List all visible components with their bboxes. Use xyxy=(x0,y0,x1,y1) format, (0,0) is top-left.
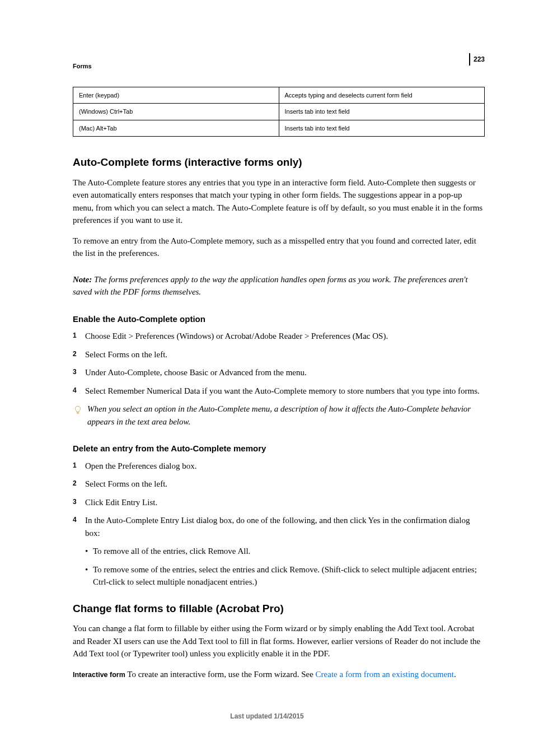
list-item: To remove some of the entries, select th… xyxy=(85,563,485,589)
term-label: Interactive form xyxy=(73,671,125,679)
tip-text: When you select an option in the Auto-Co… xyxy=(87,403,485,428)
paragraph: Interactive form To create an interactiv… xyxy=(73,668,485,681)
list-item: To remove all of the entries, click Remo… xyxy=(85,545,485,558)
tip: When you select an option in the Auto-Co… xyxy=(73,403,485,428)
paragraph-text: . xyxy=(454,670,456,679)
section-label: Forms xyxy=(73,62,485,71)
table-cell-key: Enter (keypad) xyxy=(73,87,279,104)
table-cell-key: (Windows) Ctrl+Tab xyxy=(73,104,279,120)
table-cell-val: Inserts tab into text field xyxy=(279,104,485,120)
page-number: 223 xyxy=(469,53,485,66)
heading-delete-entry: Delete an entry from the Auto-Complete m… xyxy=(73,442,485,455)
footer-last-updated: Last updated 1/14/2015 xyxy=(0,711,534,721)
note: Note: The forms preferences apply to the… xyxy=(73,273,485,298)
note-label: Note: xyxy=(73,275,92,284)
list-item: Select Forms on the left. xyxy=(73,478,485,491)
paragraph-text: To create an interactive form, use the F… xyxy=(125,670,316,679)
paragraph: The Auto-Complete feature stores any ent… xyxy=(73,176,485,227)
table-row: (Windows) Ctrl+Tab Inserts tab into text… xyxy=(73,104,485,120)
keyboard-shortcut-table: Enter (keypad) Accepts typing and desele… xyxy=(73,87,485,137)
sub-bullet-list: To remove all of the entries, click Remo… xyxy=(85,545,485,589)
steps-list-delete: Open the Preferences dialog box. Select … xyxy=(73,460,485,589)
table-cell-val: Accepts typing and deselects current for… xyxy=(279,87,485,104)
list-item: Select Forms on the left. xyxy=(73,348,485,361)
note-text: The forms preferences apply to the way t… xyxy=(73,275,468,297)
list-item: Under Auto-Complete, choose Basic or Adv… xyxy=(73,366,485,379)
list-item: Choose Edit > Preferences (Windows) or A… xyxy=(73,330,485,343)
heading-change-flat-forms: Change flat forms to fillable (Acrobat P… xyxy=(73,601,485,617)
list-item: In the Auto-Complete Entry List dialog b… xyxy=(73,514,485,589)
list-item-text: In the Auto-Complete Entry List dialog b… xyxy=(85,516,470,538)
heading-autocomplete: Auto-Complete forms (interactive forms o… xyxy=(73,155,485,171)
table-cell-val: Inserts tab into text field xyxy=(279,120,485,137)
table-row: Enter (keypad) Accepts typing and desele… xyxy=(73,87,485,104)
table-cell-key: (Mac) Alt+Tab xyxy=(73,120,279,137)
steps-list-enable: Choose Edit > Preferences (Windows) or A… xyxy=(73,330,485,397)
paragraph: You can change a flat form to fillable b… xyxy=(73,622,485,660)
paragraph: To remove an entry from the Auto-Complet… xyxy=(73,235,485,260)
table-row: (Mac) Alt+Tab Inserts tab into text fiel… xyxy=(73,120,485,137)
list-item: Open the Preferences dialog box. xyxy=(73,460,485,473)
lightbulb-icon xyxy=(73,404,83,420)
heading-enable-autocomplete: Enable the Auto-Complete option xyxy=(73,313,485,326)
list-item: Select Remember Numerical Data if you wa… xyxy=(73,385,485,398)
list-item: Click Edit Entry List. xyxy=(73,496,485,509)
link-create-form[interactable]: Create a form from an existing document xyxy=(316,670,454,679)
